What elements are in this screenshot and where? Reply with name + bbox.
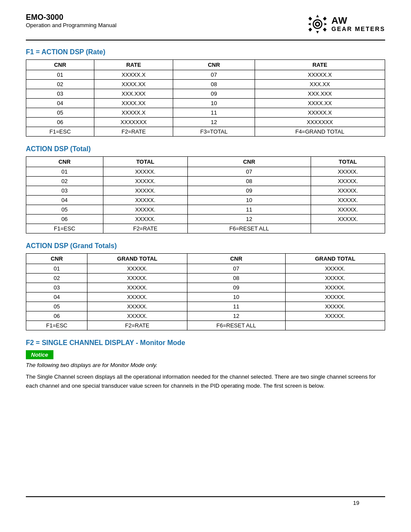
table-row: 03 <box>26 186 103 196</box>
table-row: 10 <box>187 292 285 302</box>
section-f2: F2 = SINGLE CHANNEL DISPLAY - Monitor Mo… <box>26 339 385 391</box>
table-row: XXXXX. <box>285 302 385 311</box>
table-row: XXXXX. <box>87 283 187 292</box>
table-row: 01 <box>26 264 87 274</box>
table-row: XXXX.XX <box>255 99 385 108</box>
table-row: XXX.XXX <box>94 89 173 99</box>
svg-marker-1 <box>316 15 319 17</box>
table-row: 06 <box>26 118 94 127</box>
page-footer: 19 <box>26 496 385 506</box>
table-row: 03 <box>26 89 94 99</box>
table-row: 05 <box>26 205 103 215</box>
table-row: XXXXX. <box>311 186 385 196</box>
col-rate-2: RATE <box>255 60 385 70</box>
col-cnr-t1: CNR <box>26 157 103 167</box>
notice-badge: Notice <box>26 350 53 359</box>
svg-point-10 <box>316 23 319 25</box>
table-row: 07 <box>187 167 311 177</box>
table-row: 12 <box>187 215 311 224</box>
table-row: XXXXX.X <box>255 70 385 80</box>
table-row: XXXXX. <box>103 167 187 177</box>
table-row: 05 <box>26 302 87 311</box>
table-row: XXX.XXX <box>255 89 385 99</box>
rate-table: CNR RATE CNR RATE 01XXXXX.X07XXXXX.X02XX… <box>26 59 385 137</box>
table-row: XXXXXXX <box>255 118 385 127</box>
table-row: 06 <box>26 215 103 224</box>
col-cnr-g1: CNR <box>26 254 87 264</box>
table-row: XXXXX. <box>87 311 187 321</box>
page-number: 19 <box>353 500 359 506</box>
table-row: 08 <box>173 80 255 89</box>
section-f1-rate-title: F1 = ACTION DSP (Rate) <box>26 48 385 56</box>
col-cnr-1: CNR <box>26 60 94 70</box>
table-row: XXXXX.X <box>255 108 385 118</box>
table-row: 10 <box>187 196 311 205</box>
table-row: XXXXXXX <box>94 118 173 127</box>
col-grand-2: GRAND TOTAL <box>285 254 385 264</box>
table-row: XXXXX.X <box>94 70 173 80</box>
table-row: XXXXX. <box>311 205 385 215</box>
header-title-block: EMO-3000 Operation and Programming Manua… <box>26 13 116 28</box>
svg-marker-3 <box>308 23 311 25</box>
section-f1-rate: F1 = ACTION DSP (Rate) CNR RATE CNR RATE… <box>26 48 385 137</box>
table-row: XXXXX. <box>87 264 187 274</box>
body-text: The Single Channel screen displays all t… <box>26 373 385 391</box>
table-row: 02 <box>26 274 87 283</box>
svg-marker-6 <box>323 28 327 31</box>
table-row: XXXX.XX <box>94 80 173 89</box>
col-total-1: TOTAL <box>103 157 187 167</box>
svg-marker-8 <box>323 17 327 21</box>
table-row: 08 <box>187 274 285 283</box>
table-row: 11 <box>187 302 285 311</box>
section-total-title: ACTION DSP (Total) <box>26 145 385 153</box>
svg-marker-5 <box>308 17 312 21</box>
table-row: 09 <box>187 186 311 196</box>
table-row: 07 <box>173 70 255 80</box>
table-row: 06 <box>26 311 87 321</box>
table-row: XXXXX. <box>285 264 385 274</box>
notice-text: The following two displays are for Monit… <box>26 362 385 368</box>
page-header: EMO-3000 Operation and Programming Manua… <box>26 13 385 40</box>
table-row: 09 <box>187 283 285 292</box>
table-row: 02 <box>26 80 94 89</box>
table-row: 04 <box>26 99 94 108</box>
table-row: XXXXX. <box>285 292 385 302</box>
table-row: 12 <box>173 118 255 127</box>
logo-gear-icon <box>306 13 329 35</box>
logo-text: AW GEAR METERS <box>331 16 385 33</box>
table-row: 05 <box>26 108 94 118</box>
table-row: XXXXX. <box>311 167 385 177</box>
table-row: 04 <box>26 196 103 205</box>
section-grand-total-title: ACTION DSP (Grand Totals) <box>26 242 385 250</box>
section-grand-total: ACTION DSP (Grand Totals) CNR GRAND TOTA… <box>26 242 385 330</box>
section-f2-title: F2 = SINGLE CHANNEL DISPLAY - Monitor Mo… <box>26 339 385 347</box>
svg-marker-4 <box>324 23 327 25</box>
table-row: 08 <box>187 177 311 186</box>
col-grand-1: GRAND TOTAL <box>87 254 187 264</box>
table-row: 01 <box>26 167 103 177</box>
table-row: XXXXX. <box>103 215 187 224</box>
table-row: XXXXX. <box>285 283 385 292</box>
table-row: XXX.XX <box>255 80 385 89</box>
table-row: XXXXX. <box>87 292 187 302</box>
svg-marker-7 <box>308 28 312 31</box>
table-row: XXXXX. <box>87 274 187 283</box>
table-row: XXXXX.X <box>94 108 173 118</box>
table-row: 12 <box>187 311 285 321</box>
table-row: XXXXX. <box>285 274 385 283</box>
table-row: XXXXX. <box>103 205 187 215</box>
table-row: 07 <box>187 264 285 274</box>
table-row: 10 <box>173 99 255 108</box>
table-row: XXXX.XX <box>94 99 173 108</box>
document-subtitle: Operation and Programming Manual <box>26 22 116 28</box>
table-row: XXXXX. <box>311 177 385 186</box>
table-row: 02 <box>26 177 103 186</box>
svg-marker-2 <box>316 31 319 34</box>
table-row: 09 <box>173 89 255 99</box>
col-cnr-2: CNR <box>173 60 255 70</box>
document-title: EMO-3000 <box>26 13 116 22</box>
table-row: XXXXX. <box>311 215 385 224</box>
col-cnr-g2: CNR <box>187 254 285 264</box>
table-row: 04 <box>26 292 87 302</box>
table-row: 11 <box>187 205 311 215</box>
